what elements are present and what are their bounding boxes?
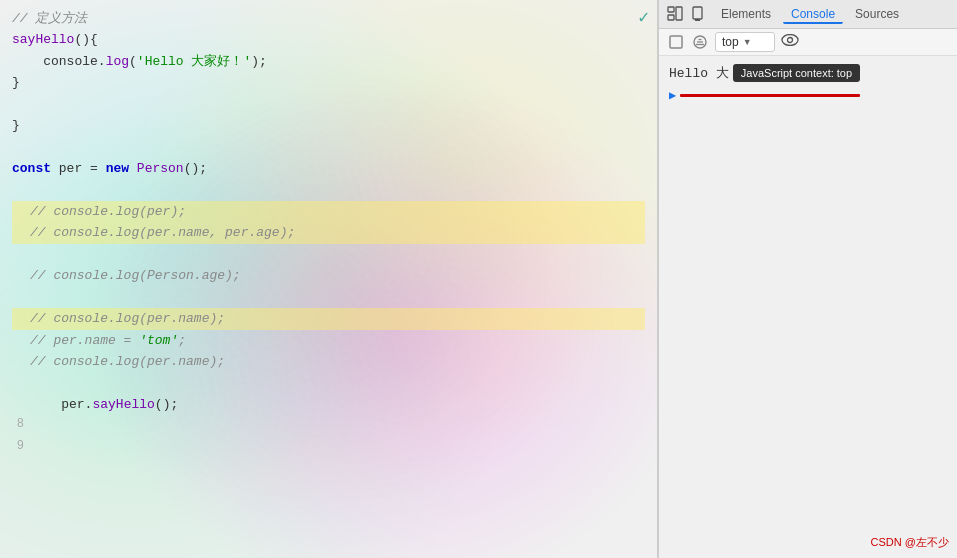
- code-line: [12, 137, 645, 158]
- code-line: // per.name = 'tom';: [12, 330, 645, 351]
- code-text: [30, 415, 645, 436]
- console-arrow-icon: ▶: [669, 88, 676, 103]
- code-line: // 定义方法: [12, 8, 645, 29]
- code-line: 9: [12, 437, 645, 458]
- code-text: sayHello(){: [12, 29, 645, 50]
- error-underline: [680, 94, 860, 97]
- code-text: // per.name = 'tom';: [30, 330, 645, 351]
- code-line: [12, 94, 645, 115]
- svg-point-10: [782, 35, 798, 46]
- tab-sources[interactable]: Sources: [847, 4, 907, 24]
- code-line: 8: [12, 415, 645, 436]
- code-line-highlighted: // console.log(per.name);: [12, 308, 645, 329]
- line-number: 9: [12, 437, 30, 457]
- watermark: CSDN @左不少: [871, 535, 949, 550]
- code-line: console.log('Hello 大家好！');: [12, 51, 645, 72]
- code-text: }: [12, 72, 645, 93]
- code-text: [12, 137, 645, 158]
- svg-rect-1: [668, 15, 674, 20]
- console-toolbar: top ▼: [659, 29, 957, 56]
- code-line: const per = new Person();: [12, 158, 645, 179]
- tab-elements[interactable]: Elements: [713, 4, 779, 24]
- eye-icon[interactable]: [781, 34, 799, 50]
- code-text: console.log('Hello 大家好！');: [12, 51, 645, 72]
- dropdown-arrow-icon: ▼: [743, 37, 752, 47]
- code-text: [30, 437, 645, 458]
- svg-rect-4: [695, 19, 700, 21]
- code-content: // 定义方法 sayHello(){ console.log('Hello 大…: [12, 8, 645, 458]
- context-label: top: [722, 35, 739, 49]
- code-text: // console.log(per);: [30, 201, 645, 222]
- devtools-panel: Elements Console Sources top ▼: [657, 0, 957, 558]
- code-text: // console.log(per.name);: [30, 351, 645, 372]
- code-line: // console.log(Person.age);: [12, 265, 645, 286]
- filter-icon[interactable]: [691, 33, 709, 51]
- code-line: }: [12, 115, 645, 136]
- code-line: }: [12, 72, 645, 93]
- console-output: Hello 大 JavaScript context: top ▶: [659, 56, 957, 558]
- tab-console[interactable]: Console: [783, 4, 843, 24]
- code-line: [12, 287, 645, 308]
- stop-console-icon[interactable]: [667, 33, 685, 51]
- svg-rect-3: [693, 7, 702, 19]
- code-line: [12, 180, 645, 201]
- code-line-highlighted: // console.log(per.name, per.age);: [12, 222, 645, 243]
- console-log-line: Hello 大 JavaScript context: top: [669, 62, 947, 84]
- device-toggle-icon[interactable]: [689, 4, 709, 24]
- code-editor: ✓ // 定义方法 sayHello(){ console.log('Hello…: [0, 0, 657, 558]
- code-line: per.sayHello();: [12, 394, 645, 415]
- console-hello-text: Hello 大: [669, 64, 729, 82]
- code-text: [12, 244, 645, 265]
- code-text: // console.log(per.name, per.age);: [30, 222, 645, 243]
- code-text: per.sayHello();: [30, 394, 645, 415]
- code-text: // console.log(per.name);: [30, 308, 645, 329]
- console-error-line: ▶: [669, 88, 947, 103]
- checkmark-icon: ✓: [638, 6, 649, 28]
- context-tooltip: JavaScript context: top: [733, 64, 860, 82]
- svg-rect-2: [676, 7, 682, 20]
- svg-rect-0: [668, 7, 674, 12]
- code-text: [12, 372, 645, 393]
- code-text: const per = new Person();: [12, 158, 645, 179]
- code-text: [12, 180, 645, 201]
- code-line: [12, 244, 645, 265]
- code-text: // 定义方法: [12, 8, 645, 29]
- svg-rect-5: [670, 36, 682, 48]
- code-text: }: [12, 115, 645, 136]
- code-line: // console.log(per.name);: [12, 351, 645, 372]
- context-selector[interactable]: top ▼: [715, 32, 775, 52]
- code-text: [12, 287, 645, 308]
- line-number: 8: [12, 415, 30, 435]
- code-text: [12, 94, 645, 115]
- code-line-highlighted: // console.log(per);: [12, 201, 645, 222]
- code-line: [12, 372, 645, 393]
- code-text: // console.log(Person.age);: [30, 265, 645, 286]
- svg-point-11: [788, 38, 793, 43]
- inspect-icon[interactable]: [665, 4, 685, 24]
- code-line: sayHello(){: [12, 29, 645, 50]
- devtools-tab-bar: Elements Console Sources: [659, 0, 957, 29]
